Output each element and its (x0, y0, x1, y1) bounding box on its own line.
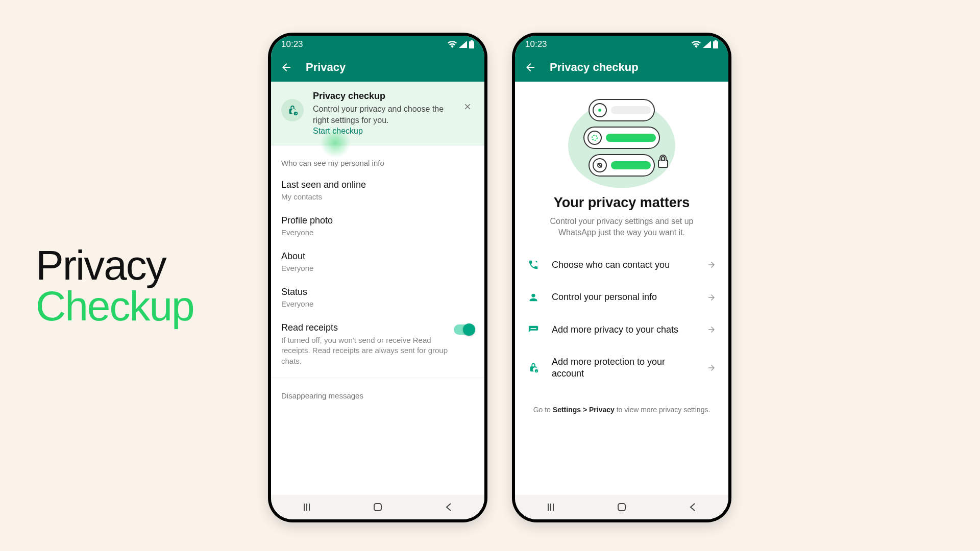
toggle-knob (463, 323, 475, 336)
setting-title: Profile photo (281, 215, 474, 226)
illus-toggle (589, 154, 655, 177)
back-button[interactable] (524, 61, 536, 73)
close-banner-button[interactable] (461, 100, 474, 113)
status-icons (448, 40, 474, 48)
page-title: Privacy checkup (550, 61, 639, 74)
setting-title: Status (281, 287, 474, 297)
svg-rect-10 (618, 504, 625, 511)
setting-about[interactable]: About Everyone (271, 244, 484, 280)
arrow-left-icon (280, 61, 292, 73)
back-button[interactable] (280, 61, 292, 73)
phone-privacy: 10:23 Privacy (268, 33, 487, 522)
nav-home[interactable] (368, 502, 388, 512)
footer-post: to view more privacy settings. (615, 406, 710, 414)
banner-title: Privacy checkup (313, 91, 452, 102)
section-disappearing: Disappearing messages (271, 378, 484, 405)
nav-back[interactable] (438, 502, 459, 512)
chevron-right-icon (707, 293, 716, 302)
phone-icon (527, 259, 540, 270)
item-label: Add more protection to your account (552, 356, 695, 380)
setting-title: About (281, 251, 474, 262)
svg-point-7 (592, 135, 597, 140)
signal-icon (703, 41, 711, 48)
close-icon (463, 102, 472, 111)
battery-icon (469, 40, 474, 48)
privacy-checkup-banner[interactable]: Privacy checkup Control your privacy and… (271, 82, 484, 145)
checkup-heading: Your privacy matters (525, 195, 718, 211)
chevron-right-icon (707, 363, 716, 372)
page-title: Privacy (306, 61, 346, 74)
checkup-subtext: Control your privacy settings and set up… (515, 216, 728, 239)
start-checkup-link[interactable]: Start checkup (313, 127, 363, 136)
svg-rect-0 (469, 41, 474, 48)
checkup-item-account-protection[interactable]: Add more protection to your account (515, 346, 728, 390)
svg-rect-1 (471, 40, 473, 41)
svg-point-9 (535, 369, 538, 372)
footer-bold: Settings > Privacy (553, 406, 615, 414)
checkup-item-contact[interactable]: Choose who can contact you (515, 249, 728, 281)
checkup-illustration (515, 82, 728, 186)
status-icons (692, 40, 718, 48)
setting-title: Read receipts (281, 322, 454, 333)
phone-checkup: 10:23 Privacy checkup (512, 33, 731, 522)
battery-icon (713, 40, 718, 48)
status-time: 10:23 (525, 39, 547, 49)
item-label: Choose who can contact you (552, 259, 695, 271)
banner-text: Control your privacy and choose the righ… (313, 104, 452, 126)
appbar: Privacy checkup (515, 53, 728, 82)
appbar: Privacy (271, 53, 484, 82)
statusbar: 10:23 (515, 36, 728, 53)
status-time: 10:23 (281, 39, 303, 49)
setting-value: Everyone (281, 228, 474, 237)
svg-point-6 (598, 109, 601, 112)
lock-check-icon (287, 105, 298, 116)
illus-toggle (589, 99, 655, 121)
hero-title: Privacy Checkup (36, 245, 194, 327)
chat-icon (527, 324, 540, 335)
nav-recents[interactable] (541, 502, 561, 512)
checkup-item-chats-privacy[interactable]: Add more privacy to your chats (515, 314, 728, 346)
setting-last-seen[interactable]: Last seen and online My contacts (271, 172, 484, 208)
arrow-left-icon (524, 61, 536, 73)
section-personal-info: Who can see my personal info (271, 145, 484, 172)
setting-value: My contacts (281, 192, 474, 201)
android-navbar (271, 495, 484, 519)
setting-profile-photo[interactable]: Profile photo Everyone (271, 208, 484, 244)
svg-point-2 (294, 112, 298, 115)
footer-note: Go to Settings > Privacy to view more pr… (515, 390, 728, 414)
checkup-item-personal-info[interactable]: Control your personal info (515, 281, 728, 313)
chevron-right-icon (707, 260, 716, 269)
setting-value: Everyone (281, 264, 474, 272)
wifi-icon (692, 41, 701, 48)
chevron-right-icon (707, 325, 716, 334)
banner-lock-icon (281, 99, 304, 121)
setting-status[interactable]: Status Everyone (271, 280, 484, 315)
svg-rect-4 (713, 41, 718, 48)
android-navbar (515, 495, 728, 519)
item-label: Control your personal info (552, 291, 695, 303)
person-icon (527, 292, 540, 303)
footer-pre: Go to (533, 406, 553, 414)
lock-icon (527, 362, 540, 373)
svg-rect-5 (715, 40, 717, 41)
setting-value: Everyone (281, 299, 474, 308)
nav-back[interactable] (682, 502, 703, 512)
nav-home[interactable] (611, 502, 632, 512)
setting-title: Last seen and online (281, 180, 474, 190)
svg-rect-3 (374, 504, 381, 511)
read-receipts-toggle[interactable] (454, 324, 474, 335)
hero-line1: Privacy (36, 245, 194, 286)
setting-read-receipts[interactable]: Read receipts If turned off, you won't s… (271, 315, 484, 373)
hero-line2: Checkup (36, 286, 194, 327)
statusbar: 10:23 (271, 36, 484, 53)
setting-desc: If turned off, you won't send or receive… (281, 335, 454, 366)
signal-icon (459, 41, 467, 48)
illus-toggle (583, 127, 660, 149)
wifi-icon (448, 41, 457, 48)
item-label: Add more privacy to your chats (552, 324, 695, 336)
nav-recents[interactable] (297, 502, 317, 512)
padlock-icon (655, 153, 671, 169)
